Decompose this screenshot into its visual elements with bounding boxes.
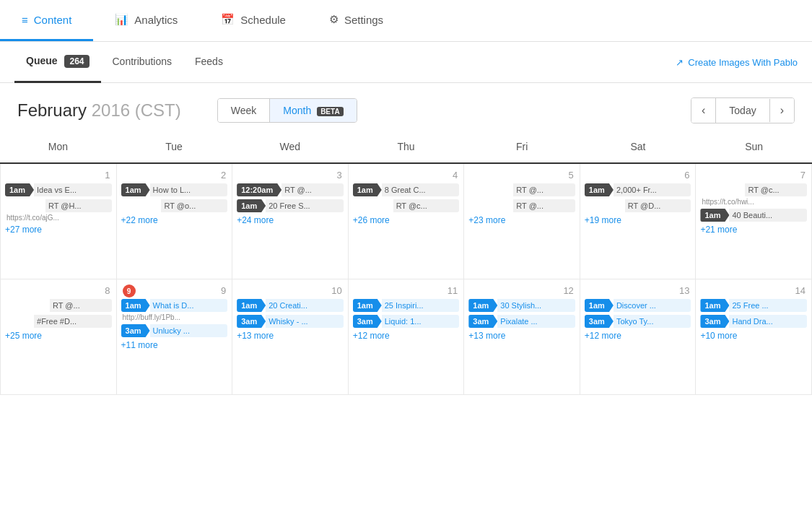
event-time: 3am bbox=[121, 324, 150, 337]
today-button[interactable]: Today bbox=[716, 99, 769, 122]
nav-analytics[interactable]: 📊 Analytics bbox=[93, 0, 199, 41]
day-fri: Fri bbox=[464, 136, 580, 157]
event-time: 1am bbox=[700, 209, 729, 222]
event-title: RT @D... bbox=[625, 199, 691, 212]
event-row[interactable]: 1:54amRT @D... bbox=[585, 199, 691, 212]
event-title: 20 Creati... bbox=[266, 299, 344, 312]
event-stacked[interactable]: 1amWhat is D...http://buff.ly/1Pb... bbox=[121, 299, 228, 321]
cell-date-1: 1 bbox=[5, 167, 112, 183]
calendar-cell-10: 101am20 Creati...3amWhisky - ...+13 more bbox=[232, 279, 349, 395]
more-events-link[interactable]: +13 more bbox=[468, 331, 575, 341]
more-events-link[interactable]: +12 more bbox=[353, 331, 460, 341]
event-time: 1am bbox=[353, 183, 382, 196]
event-row[interactable]: 3amWhisky - ... bbox=[237, 315, 344, 328]
view-toggle: Week Month BETA bbox=[217, 98, 357, 123]
event-row[interactable]: 1am2,000+ Fr... bbox=[585, 183, 691, 196]
event-row[interactable]: 3amHand Dra... bbox=[700, 315, 807, 328]
event-stacked[interactable]: 12:15amRT @c...https://t.co/hwi... bbox=[700, 183, 807, 206]
notification-badge: 9 bbox=[123, 284, 136, 297]
previous-button[interactable]: ‹ bbox=[691, 98, 716, 123]
more-events-link[interactable]: +21 more bbox=[700, 225, 807, 235]
event-row[interactable]: 1am20 Creati... bbox=[237, 299, 344, 312]
week-view-button[interactable]: Week bbox=[218, 99, 271, 122]
nav-settings[interactable]: ⚙ Settings bbox=[307, 0, 405, 41]
nav-content[interactable]: ≡ Content bbox=[0, 0, 93, 41]
sec-nav-queue[interactable]: Queue 264 bbox=[14, 42, 101, 83]
event-row[interactable]: 1am30 Stylish... bbox=[468, 299, 575, 312]
event-row[interactable]: 3amLiquid: 1... bbox=[353, 315, 460, 328]
more-events-link[interactable]: +11 more bbox=[121, 340, 228, 350]
event-title: 2,000+ Fr... bbox=[614, 183, 691, 196]
event-time: 1:54am bbox=[585, 199, 625, 212]
more-events-link[interactable]: +27 more bbox=[5, 225, 112, 235]
more-events-link[interactable]: +22 more bbox=[121, 215, 228, 225]
more-events-link[interactable]: +12 more bbox=[585, 331, 691, 341]
event-time: 1am bbox=[353, 299, 382, 312]
event-row[interactable]: 1amIdea vs E... bbox=[5, 183, 112, 196]
cell-date-13: 13 bbox=[585, 282, 691, 299]
event-row[interactable]: 1am25 Free ... bbox=[700, 299, 807, 312]
more-events-link[interactable]: +24 more bbox=[237, 215, 344, 225]
event-time: 1am bbox=[121, 299, 150, 312]
event-subtitle: https://t.co/ajG... bbox=[5, 214, 112, 222]
nav-content-label: Content bbox=[34, 14, 72, 26]
event-row[interactable]: 1am#Free #D... bbox=[5, 315, 112, 328]
cell-date-3: 3 bbox=[237, 167, 344, 183]
event-row[interactable]: 12:20amRT @... bbox=[237, 183, 344, 196]
event-row[interactable]: 1amDiscover ... bbox=[585, 299, 691, 312]
event-row[interactable]: 1am8 Great C... bbox=[353, 183, 460, 196]
event-row[interactable]: 3amUnlucky ... bbox=[121, 324, 228, 337]
cell-date-8: 8 bbox=[5, 282, 112, 299]
event-row[interactable]: 3amTokyo Ty... bbox=[585, 315, 691, 328]
event-title: Tokyo Ty... bbox=[614, 315, 691, 328]
calendar-cell-7: 712:15amRT @c...https://t.co/hwi...1am40… bbox=[696, 164, 812, 279]
event-row[interactable]: 1amHow to L... bbox=[121, 183, 228, 196]
event-title: RT @... bbox=[50, 299, 112, 312]
create-images-btn[interactable]: ↗ Create Images With Pablo bbox=[676, 57, 798, 68]
event-row[interactable]: 1am25 Inspiri... bbox=[353, 299, 460, 312]
settings-icon: ⚙ bbox=[329, 13, 339, 26]
event-time: 3am bbox=[468, 315, 497, 328]
event-time: 1am bbox=[585, 183, 614, 196]
analytics-icon: 📊 bbox=[115, 13, 128, 26]
event-row[interactable]: 12:55amRT @... bbox=[5, 299, 112, 312]
nav-schedule[interactable]: 📅 Schedule bbox=[199, 0, 307, 41]
secondary-navigation: Queue 264 Contributions Feeds ↗ Create I… bbox=[0, 42, 812, 83]
month-view-button[interactable]: Month BETA bbox=[270, 99, 356, 122]
more-events-link[interactable]: +25 more bbox=[5, 331, 112, 341]
event-row[interactable]: 12:15amRT @c... bbox=[700, 183, 807, 196]
more-events-link[interactable]: +23 more bbox=[468, 215, 575, 225]
sec-nav-contributions[interactable]: Contributions bbox=[101, 43, 184, 82]
navigation-controls: ‹ Today › bbox=[691, 97, 795, 123]
cell-date-6: 6 bbox=[585, 167, 691, 183]
event-stacked[interactable]: 1:14amRT @H...https://t.co/ajG... bbox=[5, 199, 112, 222]
feeds-label: Feeds bbox=[195, 56, 223, 67]
event-row[interactable]: 1:14amRT @H... bbox=[5, 199, 112, 212]
day-mon: Mon bbox=[0, 136, 116, 157]
event-time: 12:55am bbox=[5, 299, 50, 312]
sec-nav-feeds[interactable]: Feeds bbox=[183, 43, 235, 82]
calendar-cell-5: 512:17amRT @...12:17amRT @...+23 more bbox=[464, 164, 580, 279]
more-events-link[interactable]: +13 more bbox=[237, 331, 344, 341]
event-row[interactable]: 12:17amRT @... bbox=[468, 183, 575, 196]
more-events-link[interactable]: +26 more bbox=[353, 215, 460, 225]
cell-date-7: 7 bbox=[700, 167, 807, 183]
event-time: 12:17am bbox=[468, 199, 513, 212]
event-row[interactable]: 1am20 Free S... bbox=[237, 199, 344, 212]
external-link-icon: ↗ bbox=[676, 57, 684, 68]
more-events-link[interactable]: +19 more bbox=[585, 215, 691, 225]
event-row[interactable]: 1:07amRT @o... bbox=[121, 199, 228, 212]
event-row[interactable]: 1:31amRT @c... bbox=[353, 199, 460, 212]
event-row[interactable]: 1am40 Beauti... bbox=[700, 209, 807, 222]
calendar-days-header: Mon Tue Wed Thu Fri Sat Sun bbox=[0, 131, 812, 164]
more-events-link[interactable]: +10 more bbox=[700, 331, 807, 341]
cell-date-11: 11 bbox=[353, 282, 460, 299]
event-row[interactable]: 3amPixalate ... bbox=[468, 315, 575, 328]
day-thu: Thu bbox=[348, 136, 464, 157]
event-title: Hand Dra... bbox=[729, 315, 807, 328]
next-button[interactable]: › bbox=[770, 98, 794, 123]
event-title: 25 Inspiri... bbox=[382, 299, 460, 312]
event-row[interactable]: 12:17amRT @... bbox=[468, 199, 575, 212]
event-time: 1:14am bbox=[5, 199, 45, 212]
event-row[interactable]: 1amWhat is D... bbox=[121, 299, 228, 312]
